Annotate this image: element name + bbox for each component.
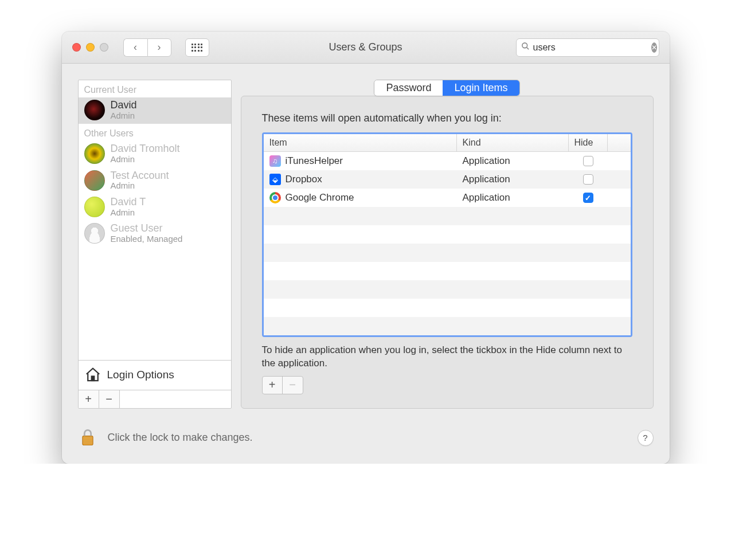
- chrome-icon: [269, 192, 281, 203]
- avatar: [84, 143, 105, 164]
- search-field[interactable]: ✕: [516, 38, 659, 57]
- login-items-add-remove: + −: [262, 376, 303, 394]
- user-role: Admin: [111, 208, 146, 218]
- sidebar-user-item[interactable]: Test Account Admin: [79, 168, 231, 194]
- minus-icon: −: [289, 378, 296, 391]
- avatar: [84, 197, 105, 217]
- remove-user-button[interactable]: −: [99, 390, 120, 408]
- user-role: Admin: [111, 181, 169, 191]
- plus-icon: +: [269, 378, 276, 391]
- add-user-button[interactable]: +: [79, 390, 99, 408]
- help-icon: ?: [643, 433, 647, 442]
- login-items-table[interactable]: Item Kind Hide iTunesHelperApplicationDr…: [262, 132, 632, 337]
- sidebar-user-item[interactable]: David T Admin: [79, 194, 231, 221]
- search-icon: [521, 42, 530, 53]
- cell-kind: Application: [457, 155, 569, 167]
- help-button[interactable]: ?: [638, 430, 654, 446]
- cell-hide: [569, 156, 608, 166]
- login-items-panel: These items will open automatically when…: [241, 96, 654, 409]
- table-header: Item Kind Hide: [264, 134, 631, 152]
- user-name: David Tromholt: [111, 143, 180, 155]
- col-hide[interactable]: Hide: [569, 134, 608, 151]
- traffic-lights: [72, 43, 108, 52]
- svg-point-0: [522, 43, 527, 48]
- back-button[interactable]: ‹: [123, 38, 147, 57]
- show-all-button[interactable]: [185, 38, 209, 57]
- chevron-left-icon: ‹: [134, 41, 137, 53]
- minimize-window-button[interactable]: [86, 43, 95, 52]
- avatar: [84, 170, 105, 191]
- tab-login-items[interactable]: Login Items: [443, 80, 519, 96]
- sidebar-user-current[interactable]: David Admin: [79, 97, 231, 124]
- svg-line-1: [526, 48, 528, 49]
- item-name: Dropbox: [286, 174, 322, 185]
- cell-hide: [569, 193, 608, 203]
- prefs-window: ‹ › Users & Groups ✕ C: [62, 32, 670, 464]
- other-users-header: Other Users: [79, 124, 231, 141]
- cell-hide: [569, 174, 608, 185]
- table-row: [264, 262, 631, 280]
- col-spacer: [608, 134, 631, 151]
- itunes-icon: [269, 155, 281, 167]
- login-options-button[interactable]: Login Options: [79, 360, 231, 390]
- hide-checkbox[interactable]: [583, 174, 593, 185]
- table-row: [264, 244, 631, 262]
- table-row: [264, 225, 631, 244]
- svg-rect-2: [91, 377, 94, 381]
- item-name: Google Chrome: [286, 192, 354, 203]
- titlebar: ‹ › Users & Groups ✕: [62, 32, 670, 64]
- user-role: Admin: [111, 155, 180, 165]
- user-role: Admin: [111, 111, 137, 121]
- search-input[interactable]: [533, 42, 648, 53]
- table-row: [264, 317, 631, 335]
- minus-icon: −: [105, 393, 112, 406]
- table-row[interactable]: DropboxApplication: [264, 170, 631, 189]
- hide-checkbox[interactable]: [583, 193, 593, 203]
- clear-search-button[interactable]: ✕: [651, 42, 657, 53]
- sidebar-user-item[interactable]: Guest User Enabled, Managed: [79, 221, 231, 247]
- avatar: [84, 223, 105, 244]
- users-sidebar: Current User David Admin Other Users Dav…: [78, 80, 232, 409]
- sidebar-footer: + −: [79, 390, 231, 408]
- table-row[interactable]: iTunesHelperApplication: [264, 152, 631, 170]
- avatar: [84, 100, 105, 120]
- sidebar-user-item[interactable]: David Tromholt Admin: [79, 141, 231, 167]
- lock-icon[interactable]: [78, 428, 97, 448]
- item-name: iTunesHelper: [286, 155, 343, 167]
- login-options-label: Login Options: [107, 369, 174, 381]
- grid-icon: [191, 44, 203, 52]
- chevron-right-icon: ›: [158, 41, 161, 53]
- table-row: [264, 280, 631, 299]
- footer: Click the lock to make changes. ?: [62, 420, 670, 464]
- cell-item: iTunesHelper: [264, 155, 457, 167]
- zoom-window-button[interactable]: [100, 43, 108, 52]
- add-login-item-button[interactable]: +: [263, 377, 283, 394]
- user-name: David: [111, 100, 137, 111]
- table-row: [264, 299, 631, 317]
- cell-kind: Application: [457, 192, 569, 203]
- cell-kind: Application: [457, 174, 569, 185]
- col-kind[interactable]: Kind: [457, 134, 569, 151]
- user-name: David T: [111, 197, 146, 208]
- table-row[interactable]: Google ChromeApplication: [264, 189, 631, 207]
- cell-item: Google Chrome: [264, 192, 457, 203]
- table-row: [264, 207, 631, 225]
- x-icon: ✕: [651, 44, 657, 52]
- plus-icon: +: [85, 393, 92, 406]
- forward-button[interactable]: ›: [147, 38, 171, 57]
- close-window-button[interactable]: [72, 43, 81, 52]
- remove-login-item-button[interactable]: −: [283, 377, 303, 394]
- user-name: Guest User: [111, 223, 183, 234]
- hide-checkbox[interactable]: [583, 156, 593, 166]
- current-user-header: Current User: [79, 80, 231, 97]
- panel-description: These items will open automatically when…: [262, 112, 632, 124]
- home-icon: [84, 366, 101, 383]
- cell-item: Dropbox: [264, 174, 457, 185]
- nav-buttons: ‹ ›: [123, 38, 171, 57]
- col-item[interactable]: Item: [264, 134, 457, 151]
- tabs: Password Login Items: [241, 80, 654, 96]
- user-role: Enabled, Managed: [111, 234, 183, 244]
- tab-password[interactable]: Password: [374, 80, 443, 96]
- dropbox-icon: [269, 174, 281, 185]
- user-name: Test Account: [111, 170, 169, 182]
